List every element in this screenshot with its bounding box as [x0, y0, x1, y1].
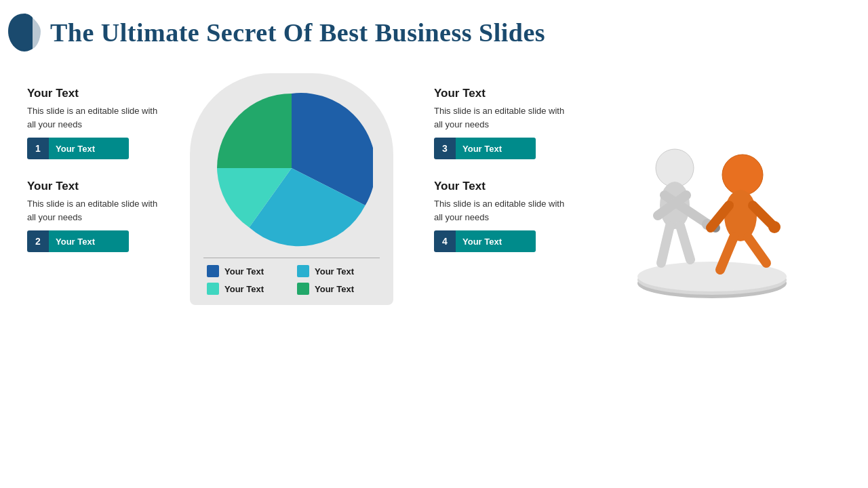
svg-point-11: [722, 155, 763, 195]
legend-item-1: Your Text: [207, 265, 286, 277]
chart-column: Your Text Your Text Your Text Your Text: [170, 66, 414, 305]
legend-item-2: Your Text: [297, 265, 376, 277]
pie-svg: [210, 87, 373, 249]
badge-2-number: 2: [27, 230, 49, 252]
figures-illustration: [610, 80, 814, 310]
text-block-1: Your Text This slide is an editable slid…: [27, 87, 163, 159]
badge-4-number: 4: [434, 230, 456, 252]
svg-line-7: [661, 226, 670, 263]
svg-line-16: [748, 237, 766, 263]
badge-3: 3 Your Text: [434, 138, 536, 159]
legend-item-4: Your Text: [297, 283, 376, 295]
badge-4: 4 Your Text: [434, 230, 536, 252]
chart-divider: [203, 258, 380, 258]
legend-color-3: [207, 283, 219, 295]
page-title: The Ultimate Secret Of Best Business Sli…: [50, 18, 545, 47]
pie-chart: [210, 87, 373, 249]
chart-legend: Your Text Your Text Your Text Your Text: [203, 265, 380, 295]
legend-label-3: Your Text: [224, 284, 264, 294]
chart-container: Your Text Your Text Your Text Your Text: [190, 73, 393, 305]
header-icon: [7, 12, 42, 53]
main-content: Your Text This slide is an editable slid…: [0, 60, 868, 483]
badge-3-number: 3: [434, 138, 456, 159]
badge-2-text: Your Text: [49, 230, 129, 252]
block2-heading: Your Text: [27, 180, 163, 193]
block4-heading: Your Text: [434, 180, 570, 193]
legend-label-4: Your Text: [315, 284, 354, 294]
svg-point-3: [656, 149, 694, 187]
legend-label-2: Your Text: [315, 266, 354, 277]
legend-color-2: [297, 265, 309, 277]
legend-color-4: [297, 283, 309, 295]
block3-body: This slide is an editable slide with all…: [434, 104, 570, 131]
badge-1: 1 Your Text: [27, 138, 129, 159]
legend-label-1: Your Text: [224, 266, 264, 277]
badge-2: 2 Your Text: [27, 230, 129, 252]
text-block-3: Your Text This slide is an editable slid…: [434, 87, 570, 159]
block1-body: This slide is an editable slide with all…: [27, 104, 163, 131]
block4-body: This slide is an editable slide with all…: [434, 197, 570, 224]
badge-4-text: Your Text: [456, 230, 536, 252]
right-column: Your Text This slide is an editable slid…: [420, 66, 570, 252]
text-block-2: Your Text This slide is an editable slid…: [27, 180, 163, 252]
badge-1-number: 1: [27, 138, 49, 159]
image-column: [570, 66, 854, 310]
block3-heading: Your Text: [434, 87, 570, 100]
badge-1-text: Your Text: [49, 138, 129, 159]
block2-body: This slide is an editable slide with all…: [27, 197, 163, 224]
block1-heading: Your Text: [27, 87, 163, 100]
text-block-4: Your Text This slide is an editable slid…: [434, 180, 570, 252]
header: The Ultimate Secret Of Best Business Sli…: [0, 0, 868, 60]
badge-3-text: Your Text: [456, 138, 536, 159]
svg-point-17: [768, 221, 781, 233]
svg-line-8: [680, 226, 690, 260]
svg-point-12: [724, 190, 757, 241]
legend-color-1: [207, 265, 219, 277]
legend-item-3: Your Text: [207, 283, 286, 295]
figures-svg: [610, 80, 814, 310]
left-column: Your Text This slide is an editable slid…: [14, 66, 163, 252]
